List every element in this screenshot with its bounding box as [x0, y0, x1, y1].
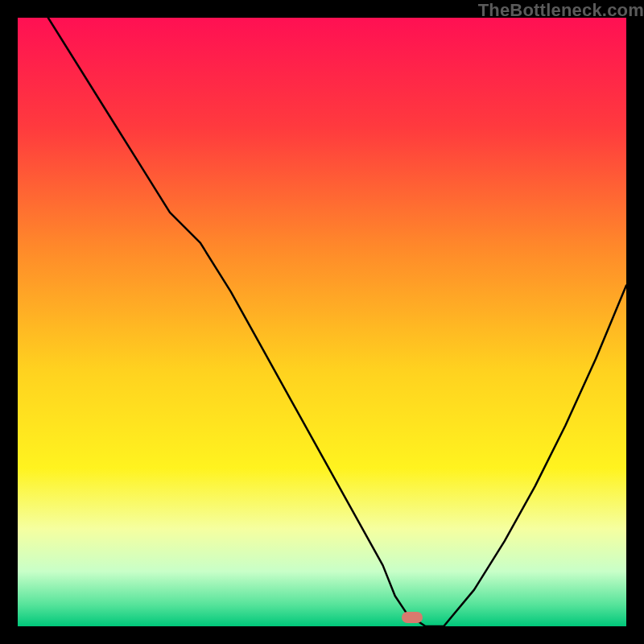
watermark-label: TheBottleneck.com	[478, 0, 644, 21]
optimal-marker	[402, 612, 423, 623]
bottleneck-curve-svg	[18, 18, 626, 626]
bottleneck-curve-path	[48, 18, 626, 626]
plot-area	[18, 18, 626, 626]
chart-frame: TheBottleneck.com	[0, 0, 644, 644]
